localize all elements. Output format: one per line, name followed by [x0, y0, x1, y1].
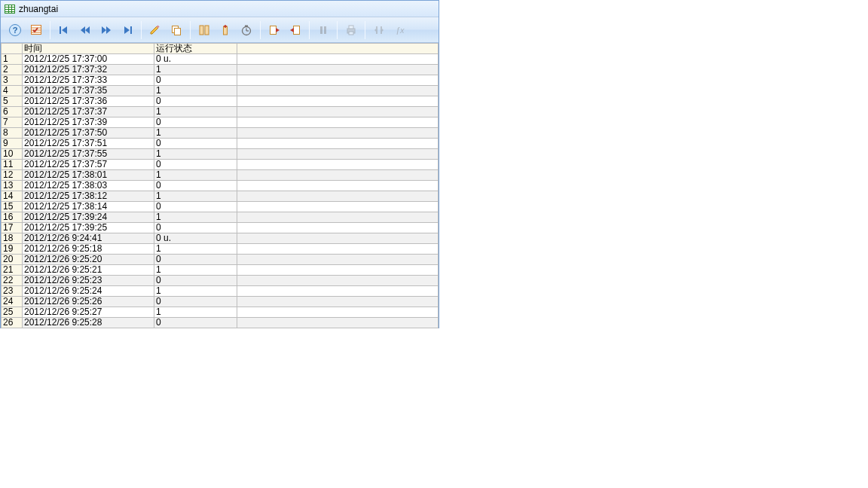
import-button[interactable] [264, 20, 284, 40]
empty-cell[interactable] [237, 265, 439, 276]
status-cell[interactable]: 0 [154, 318, 237, 328]
table-row[interactable]: 122012/12/25 17:38:011 [2, 170, 439, 181]
status-cell[interactable]: 0 [154, 181, 237, 191]
table-row[interactable]: 212012/12/26 9:25:211 [2, 265, 439, 276]
row-number-cell[interactable]: 2 [2, 65, 23, 75]
export-button[interactable] [286, 20, 305, 40]
time-cell[interactable]: 2012/12/25 17:37:57 [23, 160, 154, 170]
print-button[interactable] [341, 20, 361, 40]
data-grid[interactable]: 时间 运行状态 12012/12/25 17:37:000 u.22012/12… [1, 43, 439, 328]
status-cell[interactable]: 1 [154, 307, 237, 318]
time-cell[interactable]: 2012/12/25 17:37:33 [23, 75, 154, 86]
time-cell[interactable]: 2012/12/25 17:37:55 [23, 149, 154, 160]
empty-cell[interactable] [237, 276, 439, 286]
empty-cell[interactable] [237, 244, 439, 255]
time-cell[interactable]: 2012/12/26 9:25:27 [23, 307, 154, 318]
status-cell[interactable]: 1 [154, 170, 237, 181]
time-cell[interactable]: 2012/12/25 17:37:00 [23, 54, 154, 65]
empty-cell[interactable] [237, 96, 439, 107]
status-cell[interactable]: 0 [154, 255, 237, 265]
row-number-cell[interactable]: 15 [2, 202, 23, 212]
empty-cell[interactable] [237, 212, 439, 223]
row-number-cell[interactable]: 7 [2, 117, 23, 128]
table-row[interactable]: 222012/12/26 9:25:230 [2, 276, 439, 286]
status-cell[interactable]: 1 [154, 191, 237, 202]
time-cell[interactable]: 2012/12/25 17:37:36 [23, 96, 154, 107]
time-span-button[interactable] [237, 20, 256, 40]
row-number-cell[interactable]: 4 [2, 86, 23, 96]
status-cell[interactable]: 0 [154, 297, 237, 307]
time-cell[interactable]: 2012/12/25 17:38:03 [23, 181, 154, 191]
row-number-cell[interactable]: 25 [2, 307, 23, 318]
copy-button[interactable] [167, 20, 186, 40]
empty-cell[interactable] [237, 297, 439, 307]
table-row[interactable]: 242012/12/26 9:25:260 [2, 297, 439, 307]
empty-cell[interactable] [237, 75, 439, 86]
empty-cell[interactable] [237, 107, 439, 117]
empty-cell[interactable] [237, 318, 439, 328]
table-row[interactable]: 202012/12/26 9:25:200 [2, 255, 439, 265]
row-number-cell[interactable]: 14 [2, 191, 23, 202]
row-number-cell[interactable]: 17 [2, 223, 23, 233]
empty-cell[interactable] [237, 233, 439, 244]
table-row[interactable]: 12012/12/25 17:37:000 u. [2, 54, 439, 65]
row-number-cell[interactable]: 13 [2, 181, 23, 191]
column-header-empty[interactable] [237, 44, 439, 54]
time-cell[interactable]: 2012/12/25 17:37:32 [23, 65, 154, 75]
table-row[interactable]: 102012/12/25 17:37:551 [2, 149, 439, 160]
status-cell[interactable]: 1 [154, 244, 237, 255]
columns-button[interactable] [194, 20, 214, 40]
empty-cell[interactable] [237, 149, 439, 160]
table-row[interactable]: 142012/12/25 17:38:121 [2, 191, 439, 202]
status-cell[interactable]: 1 [154, 265, 237, 276]
table-row[interactable]: 132012/12/25 17:38:030 [2, 181, 439, 191]
time-cell[interactable]: 2012/12/26 9:25:18 [23, 244, 154, 255]
empty-cell[interactable] [237, 181, 439, 191]
status-cell[interactable]: 0 [154, 117, 237, 128]
empty-cell[interactable] [237, 128, 439, 139]
status-cell[interactable]: 0 [154, 276, 237, 286]
table-row[interactable]: 22012/12/25 17:37:321 [2, 65, 439, 75]
empty-cell[interactable] [237, 255, 439, 265]
insert-column-button[interactable] [215, 20, 235, 40]
time-cell[interactable]: 2012/12/26 9:25:24 [23, 286, 154, 297]
row-number-cell[interactable]: 5 [2, 96, 23, 107]
status-cell[interactable]: 1 [154, 107, 237, 117]
table-row[interactable]: 32012/12/25 17:37:330 [2, 75, 439, 86]
table-row[interactable]: 162012/12/25 17:39:241 [2, 212, 439, 223]
help-button[interactable]: ? [5, 20, 25, 40]
status-cell[interactable]: 0 [154, 160, 237, 170]
empty-cell[interactable] [237, 286, 439, 297]
row-number-cell[interactable]: 12 [2, 170, 23, 181]
row-number-cell[interactable]: 16 [2, 212, 23, 223]
empty-cell[interactable] [237, 202, 439, 212]
expand-button[interactable] [369, 20, 389, 40]
row-number-cell[interactable]: 20 [2, 255, 23, 265]
empty-cell[interactable] [237, 223, 439, 233]
status-cell[interactable]: 1 [154, 128, 237, 139]
time-cell[interactable]: 2012/12/25 17:38:14 [23, 202, 154, 212]
time-cell[interactable]: 2012/12/25 17:37:50 [23, 128, 154, 139]
status-cell[interactable]: 1 [154, 86, 237, 96]
row-number-cell[interactable]: 1 [2, 54, 23, 65]
column-header-status[interactable]: 运行状态 [154, 44, 237, 54]
row-number-cell[interactable]: 23 [2, 286, 23, 297]
empty-cell[interactable] [237, 191, 439, 202]
table-row[interactable]: 52012/12/25 17:37:360 [2, 96, 439, 107]
empty-cell[interactable] [237, 160, 439, 170]
empty-cell[interactable] [237, 139, 439, 149]
next-record-button[interactable] [96, 20, 116, 40]
time-cell[interactable]: 2012/12/25 17:39:24 [23, 212, 154, 223]
time-cell[interactable]: 2012/12/25 17:37:37 [23, 107, 154, 117]
time-cell[interactable]: 2012/12/26 9:25:20 [23, 255, 154, 265]
row-number-cell[interactable]: 26 [2, 318, 23, 328]
last-record-button[interactable] [118, 20, 137, 40]
time-cell[interactable]: 2012/12/25 17:39:25 [23, 223, 154, 233]
status-cell[interactable]: 0 [154, 223, 237, 233]
status-cell[interactable]: 1 [154, 286, 237, 297]
first-record-button[interactable] [54, 20, 74, 40]
table-row[interactable]: 92012/12/25 17:37:510 [2, 139, 439, 149]
row-number-cell[interactable]: 22 [2, 276, 23, 286]
row-number-cell[interactable]: 3 [2, 75, 23, 86]
row-number-cell[interactable]: 24 [2, 297, 23, 307]
